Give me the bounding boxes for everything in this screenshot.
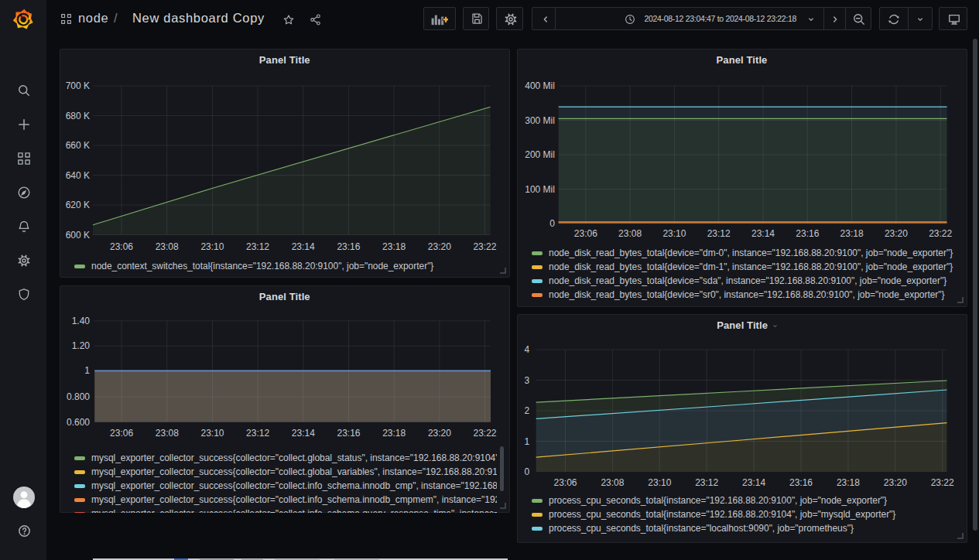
svg-text:680 K: 680 K xyxy=(66,111,90,121)
svg-text:23:06: 23:06 xyxy=(110,428,133,439)
svg-text:23:06: 23:06 xyxy=(110,241,133,252)
svg-text:620 K: 620 K xyxy=(66,200,90,210)
svg-text:600 K: 600 K xyxy=(66,230,90,241)
svg-text:2: 2 xyxy=(524,405,529,416)
svg-text:23:12: 23:12 xyxy=(707,228,730,239)
svg-text:1.20: 1.20 xyxy=(72,340,91,351)
svg-text:0: 0 xyxy=(549,218,555,229)
svg-text:23:10: 23:10 xyxy=(200,428,224,439)
svg-text:0.800: 0.800 xyxy=(67,391,90,402)
svg-text:23:18: 23:18 xyxy=(836,477,859,488)
svg-text:1.40: 1.40 xyxy=(72,315,91,326)
svg-text:23:20: 23:20 xyxy=(884,228,907,239)
svg-text:0: 0 xyxy=(524,466,529,477)
svg-text:23:14: 23:14 xyxy=(742,477,765,488)
svg-text:700 K: 700 K xyxy=(66,80,90,91)
svg-text:23:22: 23:22 xyxy=(930,477,953,488)
svg-text:23:10: 23:10 xyxy=(662,228,686,239)
svg-text:23:12: 23:12 xyxy=(246,241,269,252)
svg-text:0.600: 0.600 xyxy=(67,416,90,427)
svg-text:4: 4 xyxy=(524,344,529,355)
svg-text:100 Mil: 100 Mil xyxy=(525,184,555,195)
svg-text:23:16: 23:16 xyxy=(789,477,812,488)
svg-text:640 K: 640 K xyxy=(66,170,90,181)
svg-text:1: 1 xyxy=(524,436,529,447)
svg-text:300 Mil: 300 Mil xyxy=(525,115,555,126)
svg-text:23:10: 23:10 xyxy=(648,477,671,488)
svg-text:23:16: 23:16 xyxy=(796,228,819,239)
svg-text:23:20: 23:20 xyxy=(428,241,451,252)
svg-text:1: 1 xyxy=(84,365,90,376)
svg-text:23:08: 23:08 xyxy=(601,477,624,488)
svg-text:23:22: 23:22 xyxy=(473,241,496,252)
svg-text:400 Mil: 400 Mil xyxy=(525,80,555,91)
svg-text:200 Mil: 200 Mil xyxy=(525,149,555,160)
svg-text:23:06: 23:06 xyxy=(553,477,577,488)
svg-text:23:12: 23:12 xyxy=(695,477,718,488)
svg-text:660 K: 660 K xyxy=(66,140,90,151)
svg-text:23:08: 23:08 xyxy=(156,241,179,252)
svg-text:23:22: 23:22 xyxy=(473,428,496,439)
svg-text:23:10: 23:10 xyxy=(200,241,224,252)
svg-text:23:16: 23:16 xyxy=(337,241,360,252)
svg-text:23:06: 23:06 xyxy=(573,228,597,239)
svg-text:23:18: 23:18 xyxy=(382,428,406,439)
svg-text:23:22: 23:22 xyxy=(929,228,952,239)
svg-text:23:14: 23:14 xyxy=(292,428,315,439)
svg-text:23:20: 23:20 xyxy=(883,477,906,488)
svg-text:23:08: 23:08 xyxy=(618,228,642,239)
svg-text:23:18: 23:18 xyxy=(840,228,863,239)
svg-text:23:14: 23:14 xyxy=(292,241,315,252)
svg-text:3: 3 xyxy=(524,375,529,386)
svg-text:23:16: 23:16 xyxy=(337,428,360,439)
svg-text:23:14: 23:14 xyxy=(751,228,774,239)
svg-text:23:12: 23:12 xyxy=(246,428,269,439)
svg-text:23:18: 23:18 xyxy=(382,241,406,252)
svg-text:23:20: 23:20 xyxy=(428,428,451,439)
svg-text:23:08: 23:08 xyxy=(156,428,179,439)
